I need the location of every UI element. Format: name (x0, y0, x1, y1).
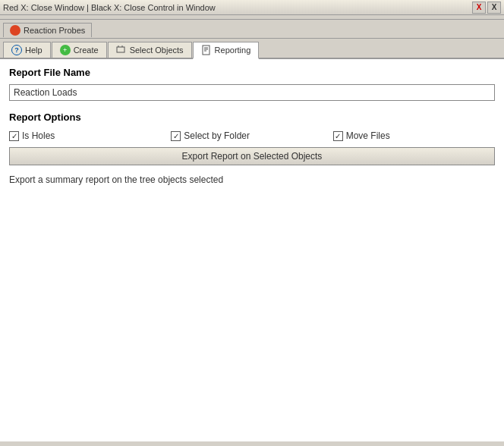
option-is-holes: Is Holes (9, 130, 171, 141)
label-move-files: Move Files (346, 130, 390, 141)
create-icon: + (60, 45, 71, 55)
tab-reporting[interactable]: Reporting (193, 42, 260, 59)
main-content: Report File Name Report Options Is Holes… (0, 59, 504, 441)
panel-tab-label[interactable]: Reaction Probes (3, 23, 92, 37)
checkbox-move-files[interactable] (333, 131, 343, 141)
report-file-name-title: Report File Name (9, 67, 495, 78)
title-bar-buttons: X X (472, 2, 501, 14)
tabs-bar: ? Help + Create Select Objects Reporting (0, 39, 504, 59)
tab-create[interactable]: + Create (52, 42, 107, 58)
tab-create-label: Create (74, 46, 99, 55)
svg-rect-0 (117, 47, 124, 52)
file-name-input[interactable] (9, 84, 495, 101)
export-button[interactable]: Export Report on Selected Objects (9, 147, 495, 165)
help-icon: ? (11, 45, 22, 55)
report-options-title: Report Options (9, 112, 495, 123)
probe-icon (10, 25, 20, 36)
panel-tab-text: Reaction Probes (24, 26, 85, 35)
checkbox-is-holes[interactable] (9, 131, 19, 141)
reporting-icon (201, 45, 212, 55)
tab-select-objects[interactable]: Select Objects (108, 42, 192, 58)
tab-reporting-label: Reporting (215, 46, 251, 55)
title-bar: Red X: Close Window | Black X: Close Con… (0, 0, 504, 15)
panel-tab: Reaction Probes (0, 20, 504, 39)
select-objects-icon (116, 45, 127, 55)
tab-help-label: Help (25, 46, 43, 55)
title-bar-text: Red X: Close Window | Black X: Close Con… (3, 3, 216, 12)
close-black-button[interactable]: X (487, 2, 501, 14)
close-red-button[interactable]: X (472, 2, 486, 14)
options-row: Is Holes Select by Folder Move Files (9, 130, 495, 141)
option-select-by-folder: Select by Folder (171, 130, 332, 141)
label-select-by-folder: Select by Folder (184, 130, 250, 141)
summary-text: Export a summary report on the tree obje… (9, 174, 495, 185)
label-is-holes: Is Holes (22, 130, 55, 141)
option-move-files: Move Files (333, 130, 495, 141)
tab-select-objects-label: Select Objects (130, 46, 184, 55)
checkbox-select-by-folder[interactable] (171, 131, 181, 141)
svg-rect-3 (203, 46, 209, 55)
tab-help[interactable]: ? Help (3, 42, 51, 58)
